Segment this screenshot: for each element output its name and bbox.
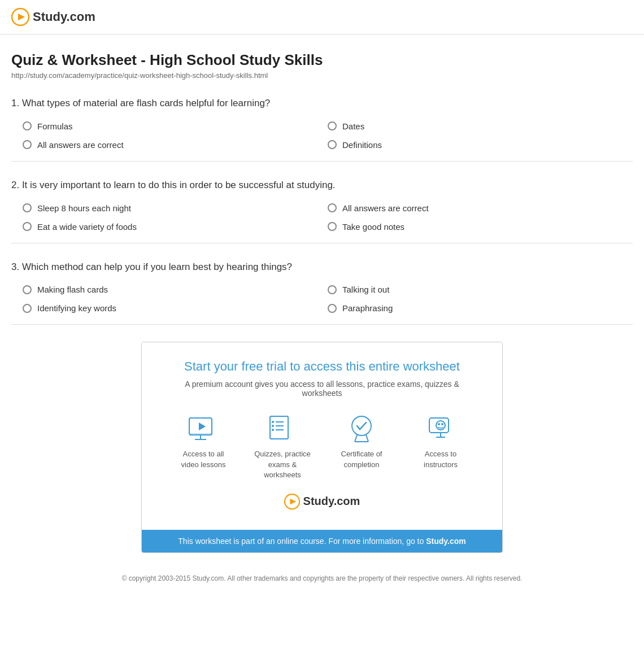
feature-quiz: Quizzes, practice exams & worksheets [254, 413, 311, 480]
radio-2-4[interactable] [328, 222, 337, 231]
question-2-options: Sleep 8 hours each nightAll answers are … [11, 203, 633, 232]
promo-title: Start your free trial to access this ent… [164, 359, 480, 374]
header: Study.com [0, 0, 644, 34]
option-2-4[interactable]: Take good notes [328, 222, 633, 232]
question-1-options: FormulasDatesAll answers are correctDefi… [11, 121, 633, 150]
option-2-3[interactable]: Eat a wide variety of foods [23, 222, 328, 232]
option-1-1[interactable]: Formulas [23, 121, 328, 131]
promo-logo: Study.com [164, 494, 480, 519]
video-icon [186, 413, 220, 445]
page-title: Quiz & Worksheet - High School Study Ski… [11, 51, 633, 69]
certificate-icon [345, 413, 378, 445]
page-url: http://study.com/academy/practice/quiz-w… [11, 71, 633, 80]
radio-2-1[interactable] [23, 203, 32, 212]
svg-point-11 [272, 421, 274, 423]
logo: Study.com [11, 8, 633, 26]
question-1: 1. What types of material are flash card… [11, 97, 633, 162]
radio-1-1[interactable] [23, 121, 32, 130]
question-3-options: Making flash cardsTalking it outIdentify… [11, 285, 633, 313]
svg-rect-7 [270, 416, 288, 439]
radio-3-3[interactable] [23, 304, 32, 313]
radio-2-3[interactable] [23, 222, 32, 231]
svg-point-12 [272, 425, 274, 427]
feature-instructor-label: Access to instructors [412, 449, 469, 469]
option-2-2[interactable]: All answers are correct [328, 203, 633, 213]
promo-footer-link: Study.com [426, 537, 466, 546]
instructor-icon [424, 413, 458, 445]
svg-marker-26 [290, 499, 296, 505]
main-content: Quiz & Worksheet - High School Study Ski… [0, 34, 644, 604]
radio-2-2[interactable] [328, 203, 337, 212]
option-3-4[interactable]: Paraphrasing [328, 303, 633, 313]
option-1-4[interactable]: Definitions [328, 140, 633, 150]
question-1-text: 1. What types of material are flash card… [11, 97, 633, 110]
svg-line-16 [366, 435, 368, 442]
svg-point-13 [272, 429, 274, 431]
radio-3-2[interactable] [328, 285, 337, 294]
radio-1-4[interactable] [328, 140, 337, 149]
promo-inner: Start your free trial to access this ent… [142, 342, 502, 530]
option-label-2-3: Eat a wide variety of foods [37, 222, 137, 232]
svg-point-14 [352, 416, 371, 435]
option-label-3-3: Identifying key words [37, 303, 116, 313]
option-3-2[interactable]: Talking it out [328, 285, 633, 294]
question-2-text: 2. It is very important to learn to do t… [11, 178, 633, 192]
radio-3-4[interactable] [328, 304, 337, 313]
radio-1-3[interactable] [23, 140, 32, 149]
svg-marker-1 [18, 14, 25, 20]
svg-point-23 [438, 423, 440, 425]
feature-instructor: Access to instructors [412, 413, 469, 480]
option-label-3-2: Talking it out [342, 285, 389, 294]
logo-text: Study.com [33, 10, 95, 24]
question-2: 2. It is very important to learn to do t… [11, 178, 633, 243]
option-label-2-4: Take good notes [342, 222, 404, 232]
svg-rect-3 [189, 433, 212, 435]
promo-container: Start your free trial to access this ent… [11, 342, 633, 553]
radio-1-2[interactable] [328, 121, 337, 130]
feature-quiz-label: Quizzes, practice exams & worksheets [254, 449, 311, 480]
option-1-2[interactable]: Dates [328, 121, 633, 131]
option-1-3[interactable]: All answers are correct [23, 140, 328, 150]
svg-marker-6 [199, 422, 206, 430]
logo-icon [11, 8, 29, 26]
quiz-icon [266, 413, 299, 445]
option-label-3-4: Paraphrasing [342, 303, 393, 313]
option-label-2-2: All answers are correct [342, 203, 429, 213]
feature-video: Access to all video lessons [175, 413, 232, 480]
option-3-1[interactable]: Making flash cards [23, 285, 328, 294]
svg-point-24 [441, 423, 443, 425]
question-3-text: 3. Which method can help you if you lear… [11, 260, 633, 274]
option-label-1-3: All answers are correct [37, 140, 124, 150]
promo-logo-icon [284, 494, 300, 509]
promo-features: Access to all video lessons Quizze [164, 413, 480, 480]
option-label-3-1: Making flash cards [37, 285, 108, 294]
feature-certificate: Certificate of completion [333, 413, 390, 480]
option-2-1[interactable]: Sleep 8 hours each night [23, 203, 328, 213]
promo-footer: This worksheet is part of an online cour… [142, 530, 502, 552]
copyright: © copyright 2003-2015 Study.com. All oth… [11, 564, 633, 593]
option-label-1-2: Dates [342, 121, 364, 131]
promo-logo-text: Study.com [303, 495, 360, 508]
radio-3-1[interactable] [23, 285, 32, 294]
svg-line-15 [355, 435, 357, 442]
option-3-3[interactable]: Identifying key words [23, 303, 328, 313]
promo-subtitle: A premium account gives you access to al… [164, 380, 480, 398]
feature-certificate-label: Certificate of completion [333, 449, 390, 469]
option-label-1-4: Definitions [342, 140, 382, 150]
question-3: 3. Which method can help you if you lear… [11, 260, 633, 325]
promo-box: Start your free trial to access this ent… [141, 342, 503, 553]
questions-container: 1. What types of material are flash card… [11, 97, 633, 325]
option-label-1-1: Formulas [37, 121, 73, 131]
promo-footer-text: This worksheet is part of an online cour… [178, 537, 426, 546]
option-label-2-1: Sleep 8 hours each night [37, 203, 131, 213]
feature-video-label: Access to all video lessons [175, 449, 232, 469]
